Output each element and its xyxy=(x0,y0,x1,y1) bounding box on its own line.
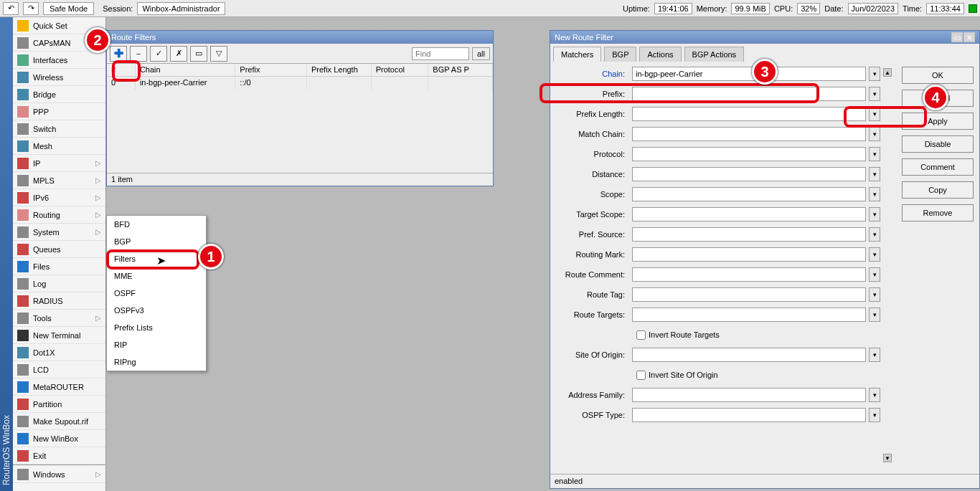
submenu-item-ripng[interactable]: RIPng xyxy=(107,353,206,371)
sidebar-item-mesh[interactable]: Mesh xyxy=(13,138,105,155)
field-input-ospf-type[interactable] xyxy=(632,408,866,422)
col-header[interactable]: BGP AS P xyxy=(428,64,493,76)
dropdown-icon[interactable]: ▾ xyxy=(869,247,880,262)
minimize-icon[interactable]: ▭ xyxy=(951,32,963,42)
enable-button[interactable]: ✓ xyxy=(150,46,167,62)
submenu-item-rip[interactable]: RIP xyxy=(107,336,206,353)
field-input-match-chain[interactable] xyxy=(632,127,866,141)
field-input-distance[interactable] xyxy=(632,167,866,181)
dropdown-icon[interactable]: ▾ xyxy=(869,147,880,161)
remove-button[interactable]: Remove xyxy=(902,204,974,221)
close-icon[interactable]: ✕ xyxy=(963,32,975,42)
sidebar-item-bridge[interactable]: Bridge xyxy=(13,86,105,103)
sidebar-item-log[interactable]: Log xyxy=(13,275,105,292)
sidebar-item-tools[interactable]: Tools▷ xyxy=(13,310,105,327)
sidebar-item-make-supout.rif[interactable]: Make Supout.rif xyxy=(13,413,105,430)
submenu-item-ospfv3[interactable]: OSPFv3 xyxy=(107,302,206,319)
sidebar-item-ppp[interactable]: PPP xyxy=(13,103,105,120)
sidebar-item-files[interactable]: Files xyxy=(13,258,105,275)
field-input-route-tag[interactable] xyxy=(632,287,866,302)
dropdown-icon[interactable]: ▾ xyxy=(869,127,880,141)
sidebar-item-exit[interactable]: Exit xyxy=(13,447,105,464)
find-input[interactable] xyxy=(412,47,469,60)
comment-button[interactable]: Comment xyxy=(902,158,974,176)
field-input-protocol[interactable] xyxy=(632,147,866,161)
tab-bgp[interactable]: BGP xyxy=(604,47,636,62)
sidebar-item-mpls[interactable]: MPLS▷ xyxy=(13,172,105,189)
col-header[interactable]: # xyxy=(107,64,136,76)
sidebar-item-lcd[interactable]: LCD xyxy=(13,361,105,378)
dialog-titlebar[interactable]: New Route Filter ▭ ✕ xyxy=(550,31,979,44)
redo-button[interactable]: ↷ xyxy=(23,2,39,15)
comment-button[interactable]: ▭ xyxy=(190,46,207,62)
sidebar-item-switch[interactable]: Switch xyxy=(13,120,105,138)
tab-matchers[interactable]: Matchers xyxy=(553,47,601,62)
sidebar-item-metarouter[interactable]: MetaROUTER xyxy=(13,378,105,396)
tab-actions[interactable]: Actions xyxy=(639,47,681,62)
col-header[interactable]: Chain xyxy=(136,64,235,76)
dropdown-icon[interactable]: ▾ xyxy=(869,308,880,322)
field-input-prefix-length[interactable] xyxy=(632,107,866,121)
all-dropdown[interactable]: all xyxy=(472,47,490,60)
dropdown-icon[interactable]: ▾ xyxy=(869,408,880,422)
sidebar-item-radius[interactable]: RADIUS xyxy=(13,292,105,310)
dropdown-icon[interactable]: ▾ xyxy=(869,348,880,362)
apply-button[interactable]: Apply xyxy=(902,113,974,130)
sidebar-item-new-winbox[interactable]: New WinBox xyxy=(13,430,105,447)
sidebar-item-queues[interactable]: Queues xyxy=(13,241,105,258)
sidebar-item-ip[interactable]: IP▷ xyxy=(13,155,105,172)
scroll-up-icon[interactable]: ▲ xyxy=(883,68,892,77)
submenu-item-bfd[interactable]: BFD xyxy=(107,216,206,233)
sidebar-item-wireless[interactable]: Wireless xyxy=(13,69,105,86)
window-titlebar[interactable]: Route Filters xyxy=(107,31,493,44)
sidebar-item-dot1x[interactable]: Dot1X xyxy=(13,344,105,361)
copy-button[interactable]: Copy xyxy=(902,181,974,199)
remove-button[interactable]: − xyxy=(130,46,147,62)
sidebar-item-windows[interactable]: Windows▷ xyxy=(13,466,105,483)
safe-mode-button[interactable]: Safe Mode xyxy=(43,2,94,15)
col-header[interactable]: Prefix xyxy=(235,64,307,76)
invert-route-targets-checkbox[interactable]: Invert Route Targets xyxy=(636,330,720,340)
col-header[interactable]: Protocol xyxy=(372,64,429,76)
field-input-routing-mark[interactable] xyxy=(632,247,866,262)
invert-site-origin-checkbox[interactable]: Invert Site Of Origin xyxy=(636,371,718,380)
sidebar-item-new-terminal[interactable]: New Terminal xyxy=(13,327,105,344)
field-input-target-scope[interactable] xyxy=(632,207,866,221)
sidebar-item-routing[interactable]: Routing▷ xyxy=(13,206,105,224)
dropdown-icon[interactable]: ▾ xyxy=(869,267,880,282)
col-header[interactable]: Prefix Length xyxy=(307,64,372,76)
field-input-chain[interactable] xyxy=(632,67,866,81)
scroll-down-icon[interactable]: ▼ xyxy=(883,454,892,462)
submenu-item-mme[interactable]: MME xyxy=(107,267,206,285)
submenu-item-ospf[interactable]: OSPF xyxy=(107,285,206,302)
dropdown-icon[interactable]: ▾ xyxy=(869,388,880,402)
ok-button[interactable]: OK xyxy=(902,67,974,84)
add-button[interactable]: ✚ xyxy=(110,46,127,62)
tab-bgp-actions[interactable]: BGP Actions xyxy=(684,47,745,62)
sidebar-item-partition[interactable]: Partition xyxy=(13,396,105,413)
disable-button[interactable]: ✗ xyxy=(170,46,187,62)
dropdown-icon[interactable]: ▾ xyxy=(869,287,880,302)
field-input-scope[interactable] xyxy=(632,187,866,201)
field-input-route-targets[interactable] xyxy=(632,308,866,322)
submenu-item-bgp[interactable]: BGP xyxy=(107,233,206,250)
field-input-route-comment[interactable] xyxy=(632,267,866,282)
dropdown-icon[interactable]: ▾ xyxy=(869,227,880,242)
sidebar-item-interfaces[interactable]: Interfaces xyxy=(13,52,105,69)
sidebar-item-system[interactable]: System▷ xyxy=(13,224,105,241)
field-input-pref.-source[interactable] xyxy=(632,227,866,242)
undo-button[interactable]: ↶ xyxy=(3,2,19,15)
dropdown-icon[interactable]: ▾ xyxy=(869,107,880,121)
submenu-item-prefix-lists[interactable]: Prefix Lists xyxy=(107,319,206,336)
disable-button[interactable]: Disable xyxy=(902,135,974,153)
dropdown-icon[interactable]: ▾ xyxy=(869,67,880,81)
field-input-site-of-origin[interactable] xyxy=(632,348,866,362)
dropdown-icon[interactable]: ▾ xyxy=(869,187,880,201)
filter-button[interactable]: ▽ xyxy=(210,46,227,62)
dropdown-icon[interactable]: ▾ xyxy=(869,167,880,181)
table-row[interactable]: 0in-bgp-peer-Carrier::/0 xyxy=(107,77,493,90)
dropdown-icon[interactable]: ▾ xyxy=(869,207,880,221)
field-input-prefix[interactable] xyxy=(632,87,866,101)
dropdown-icon[interactable]: ▾ xyxy=(869,87,880,101)
sidebar-item-ipv6[interactable]: IPv6▷ xyxy=(13,189,105,206)
